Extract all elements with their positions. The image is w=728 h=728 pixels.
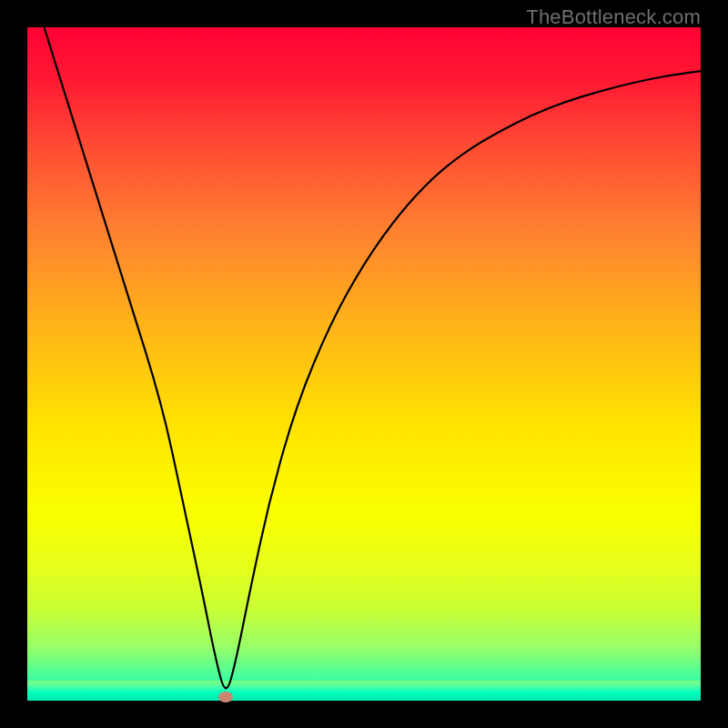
optimum-point xyxy=(218,692,233,703)
watermark-label: TheBottleneck.com xyxy=(526,5,701,29)
chart-frame: TheBottleneck.com xyxy=(0,0,728,728)
curve-layer xyxy=(27,27,701,701)
plot-area xyxy=(27,27,701,701)
bottleneck-curve xyxy=(27,27,701,688)
